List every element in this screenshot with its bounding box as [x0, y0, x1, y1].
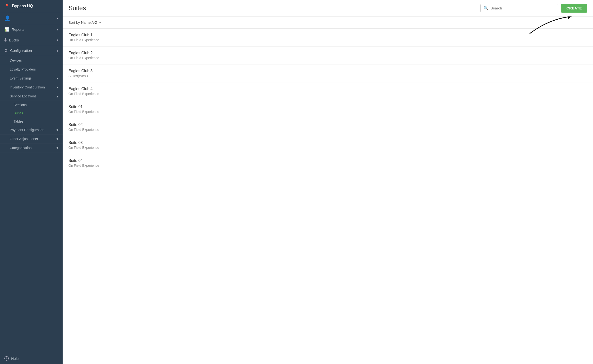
bucks-label: Bucks	[9, 38, 19, 42]
suite-name: Eagles Club 2	[68, 51, 587, 55]
suite-item[interactable]: Eagles Club 1 On Field Experience	[63, 29, 593, 47]
sort-chevron-icon: ▾	[99, 21, 101, 24]
order-adjustments-chevron-icon: ▾	[57, 137, 58, 141]
sidebar-item-inventory-configuration[interactable]: Inventory Configuration ▾	[0, 83, 63, 92]
devices-label: Devices	[10, 58, 22, 62]
sidebar-item-bucks[interactable]: $ Bucks ▾	[0, 35, 63, 45]
sidebar-item-devices[interactable]: Devices	[0, 56, 63, 65]
sidebar-item-event-settings[interactable]: Event Settings ▾	[0, 74, 63, 83]
sidebar-item-sections[interactable]: Sections	[0, 101, 63, 109]
main-content: Suites 🔍 CREATE Sort by Name A-Z ▾	[63, 0, 593, 364]
order-adjustments-label: Order Adjustments	[10, 137, 38, 141]
content-area: Sort by Name A-Z ▾ Eagles Club 1 On Fiel…	[63, 16, 593, 364]
sidebar-item-reports[interactable]: 📊 Reports ▾	[0, 24, 63, 35]
suite-sub: On Field Experience	[68, 38, 587, 42]
suite-sub: On Field Experience	[68, 164, 587, 167]
sidebar-item-suites[interactable]: Suites	[0, 109, 63, 117]
service-locations-label: Service Locations	[10, 94, 37, 98]
location-icon: 📍	[4, 3, 10, 9]
sidebar-item-service-locations[interactable]: Service Locations ▴	[0, 92, 63, 101]
suite-name: Suite 01	[68, 105, 587, 109]
reports-chevron-icon: ▾	[57, 28, 58, 31]
sidebar-item-tables[interactable]: Tables	[0, 117, 63, 126]
payment-configuration-chevron-icon: ▾	[57, 128, 58, 132]
suite-sub: On Field Experience	[68, 56, 587, 60]
sidebar-item-categorization[interactable]: Categorization ▾	[0, 143, 63, 152]
suite-item[interactable]: Suite 02 On Field Experience	[63, 118, 593, 136]
loyalty-providers-label: Loyalty Providers	[10, 67, 36, 71]
inventory-configuration-label: Inventory Configuration	[10, 85, 45, 89]
suite-item[interactable]: Suite 04 On Field Experience	[63, 154, 593, 172]
search-input[interactable]	[490, 6, 555, 10]
sidebar-item-configuration[interactable]: ⚙ Configuration ▴	[0, 45, 63, 56]
suite-name: Suite 02	[68, 123, 587, 127]
configuration-icon: ⚙	[4, 48, 8, 53]
suite-item[interactable]: Eagles Club 4 On Field Experience	[63, 82, 593, 100]
sidebar-user[interactable]: 👤 ▾	[0, 12, 63, 24]
sidebar-item-loyalty-providers[interactable]: Loyalty Providers	[0, 65, 63, 74]
suites-label: Suites	[14, 111, 23, 115]
search-box[interactable]: 🔍	[480, 4, 558, 12]
topbar-right: 🔍 CREATE	[480, 4, 587, 13]
reports-icon: 📊	[4, 27, 9, 32]
sort-bar: Sort by Name A-Z ▾	[63, 16, 593, 29]
suite-name: Eagles Club 3	[68, 69, 587, 73]
brand-name: Bypass HQ	[12, 4, 33, 8]
help-label: Help	[11, 356, 19, 361]
suite-list: Eagles Club 1 On Field Experience Eagles…	[63, 29, 593, 172]
suite-sub: On Field Experience	[68, 110, 587, 114]
search-icon: 🔍	[484, 6, 488, 10]
event-settings-label: Event Settings	[10, 76, 32, 80]
categorization-label: Categorization	[10, 146, 32, 150]
categorization-chevron-icon: ▾	[57, 146, 58, 150]
help-item[interactable]: ? Help	[0, 353, 63, 364]
suite-sub: On Field Experience	[68, 92, 587, 96]
sidebar: 📍 Bypass HQ 👤 ▾ 📊 Reports ▾ $ Bucks ▾ ⚙ …	[0, 0, 63, 364]
bucks-icon: $	[4, 38, 7, 42]
suite-sub: Suites(West)	[68, 74, 587, 78]
suite-sub: On Field Experience	[68, 128, 587, 132]
suite-item[interactable]: Suite 01 On Field Experience	[63, 100, 593, 118]
sidebar-item-order-adjustments[interactable]: Order Adjustments ▾	[0, 135, 63, 143]
suite-name: Eagles Club 4	[68, 87, 587, 91]
reports-label: Reports	[12, 27, 25, 32]
suite-item[interactable]: Eagles Club 3 Suites(West)	[63, 64, 593, 82]
create-button[interactable]: CREATE	[561, 4, 587, 13]
bucks-chevron-icon: ▾	[57, 38, 58, 42]
event-settings-chevron-icon: ▾	[57, 76, 58, 80]
sidebar-header[interactable]: 📍 Bypass HQ	[0, 0, 63, 12]
topbar: Suites 🔍 CREATE	[63, 0, 593, 16]
sections-label: Sections	[14, 103, 27, 107]
suite-name: Suite 03	[68, 141, 587, 145]
service-locations-chevron-icon: ▴	[57, 94, 58, 98]
sort-label: Sort by Name A-Z	[68, 20, 97, 24]
help-icon: ?	[4, 356, 9, 361]
suite-item[interactable]: Eagles Club 2 On Field Experience	[63, 47, 593, 64]
user-chevron-icon: ▾	[57, 16, 58, 20]
sidebar-item-payment-configuration[interactable]: Payment Configuration ▾	[0, 126, 63, 135]
suite-name: Eagles Club 1	[68, 33, 587, 37]
content-inner: Sort by Name A-Z ▾ Eagles Club 1 On Fiel…	[63, 16, 593, 364]
suite-sub: On Field Experience	[68, 146, 587, 150]
payment-configuration-label: Payment Configuration	[10, 128, 44, 132]
sort-dropdown[interactable]: Sort by Name A-Z ▾	[68, 20, 101, 24]
tables-label: Tables	[14, 119, 23, 123]
inventory-configuration-chevron-icon: ▾	[57, 85, 58, 89]
suite-item[interactable]: Suite 03 On Field Experience	[63, 136, 593, 154]
configuration-chevron-icon: ▴	[57, 49, 58, 52]
user-icon: 👤	[4, 15, 10, 21]
configuration-label: Configuration	[10, 48, 32, 53]
page-title: Suites	[68, 4, 86, 12]
suite-name: Suite 04	[68, 158, 587, 163]
